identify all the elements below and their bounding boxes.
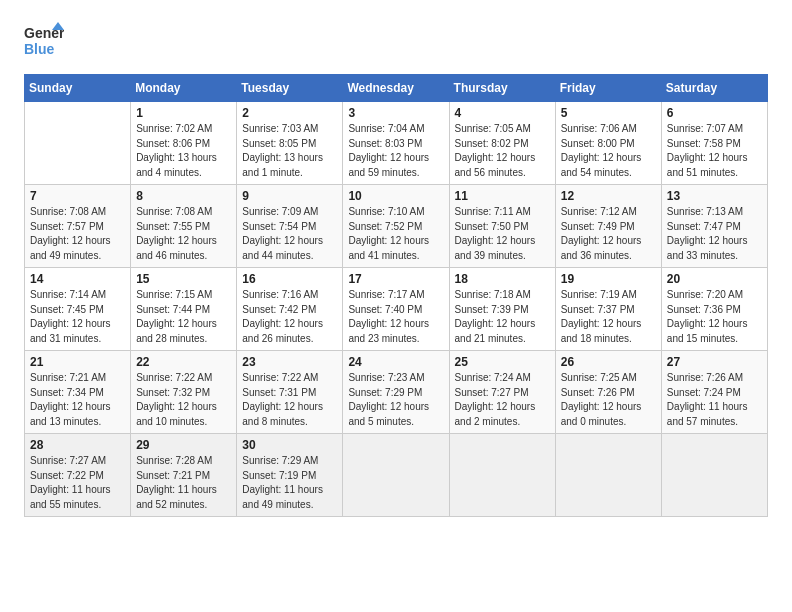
calendar-cell: 18Sunrise: 7:18 AMSunset: 7:39 PMDayligh… [449,268,555,351]
day-number: 29 [136,438,231,452]
calendar-cell [449,434,555,517]
day-number: 3 [348,106,443,120]
day-number: 25 [455,355,550,369]
day-info: Sunrise: 7:10 AMSunset: 7:52 PMDaylight:… [348,205,443,263]
day-number: 10 [348,189,443,203]
calendar-week-row: 1Sunrise: 7:02 AMSunset: 8:06 PMDaylight… [25,102,768,185]
day-info: Sunrise: 7:18 AMSunset: 7:39 PMDaylight:… [455,288,550,346]
calendar-cell: 3Sunrise: 7:04 AMSunset: 8:03 PMDaylight… [343,102,449,185]
day-number: 18 [455,272,550,286]
calendar-cell: 20Sunrise: 7:20 AMSunset: 7:36 PMDayligh… [661,268,767,351]
calendar-cell: 2Sunrise: 7:03 AMSunset: 8:05 PMDaylight… [237,102,343,185]
day-info: Sunrise: 7:08 AMSunset: 7:55 PMDaylight:… [136,205,231,263]
day-info: Sunrise: 7:11 AMSunset: 7:50 PMDaylight:… [455,205,550,263]
svg-text:Blue: Blue [24,41,55,57]
calendar-cell: 5Sunrise: 7:06 AMSunset: 8:00 PMDaylight… [555,102,661,185]
day-number: 27 [667,355,762,369]
col-saturday: Saturday [661,75,767,102]
day-number: 28 [30,438,125,452]
day-number: 12 [561,189,656,203]
calendar-cell: 13Sunrise: 7:13 AMSunset: 7:47 PMDayligh… [661,185,767,268]
day-number: 17 [348,272,443,286]
day-info: Sunrise: 7:04 AMSunset: 8:03 PMDaylight:… [348,122,443,180]
day-number: 13 [667,189,762,203]
calendar-cell: 12Sunrise: 7:12 AMSunset: 7:49 PMDayligh… [555,185,661,268]
day-number: 22 [136,355,231,369]
day-info: Sunrise: 7:19 AMSunset: 7:37 PMDaylight:… [561,288,656,346]
day-info: Sunrise: 7:02 AMSunset: 8:06 PMDaylight:… [136,122,231,180]
calendar-header: Sunday Monday Tuesday Wednesday Thursday… [25,75,768,102]
calendar-cell: 19Sunrise: 7:19 AMSunset: 7:37 PMDayligh… [555,268,661,351]
day-number: 23 [242,355,337,369]
col-wednesday: Wednesday [343,75,449,102]
col-sunday: Sunday [25,75,131,102]
day-number: 8 [136,189,231,203]
col-thursday: Thursday [449,75,555,102]
day-number: 1 [136,106,231,120]
day-info: Sunrise: 7:27 AMSunset: 7:22 PMDaylight:… [30,454,125,512]
logo: General Blue [24,20,64,64]
day-number: 20 [667,272,762,286]
day-info: Sunrise: 7:05 AMSunset: 8:02 PMDaylight:… [455,122,550,180]
day-number: 21 [30,355,125,369]
col-friday: Friday [555,75,661,102]
day-number: 5 [561,106,656,120]
day-info: Sunrise: 7:20 AMSunset: 7:36 PMDaylight:… [667,288,762,346]
calendar-cell: 15Sunrise: 7:15 AMSunset: 7:44 PMDayligh… [131,268,237,351]
day-info: Sunrise: 7:24 AMSunset: 7:27 PMDaylight:… [455,371,550,429]
calendar-cell: 11Sunrise: 7:11 AMSunset: 7:50 PMDayligh… [449,185,555,268]
calendar-cell: 30Sunrise: 7:29 AMSunset: 7:19 PMDayligh… [237,434,343,517]
day-info: Sunrise: 7:25 AMSunset: 7:26 PMDaylight:… [561,371,656,429]
calendar-cell: 9Sunrise: 7:09 AMSunset: 7:54 PMDaylight… [237,185,343,268]
calendar-cell: 8Sunrise: 7:08 AMSunset: 7:55 PMDaylight… [131,185,237,268]
calendar-week-row: 7Sunrise: 7:08 AMSunset: 7:57 PMDaylight… [25,185,768,268]
calendar-cell [343,434,449,517]
day-info: Sunrise: 7:29 AMSunset: 7:19 PMDaylight:… [242,454,337,512]
calendar-cell: 17Sunrise: 7:17 AMSunset: 7:40 PMDayligh… [343,268,449,351]
calendar-body: 1Sunrise: 7:02 AMSunset: 8:06 PMDaylight… [25,102,768,517]
day-info: Sunrise: 7:22 AMSunset: 7:31 PMDaylight:… [242,371,337,429]
calendar-cell: 28Sunrise: 7:27 AMSunset: 7:22 PMDayligh… [25,434,131,517]
day-info: Sunrise: 7:16 AMSunset: 7:42 PMDaylight:… [242,288,337,346]
calendar-cell: 4Sunrise: 7:05 AMSunset: 8:02 PMDaylight… [449,102,555,185]
day-number: 6 [667,106,762,120]
day-info: Sunrise: 7:15 AMSunset: 7:44 PMDaylight:… [136,288,231,346]
day-number: 2 [242,106,337,120]
calendar-cell: 22Sunrise: 7:22 AMSunset: 7:32 PMDayligh… [131,351,237,434]
day-info: Sunrise: 7:03 AMSunset: 8:05 PMDaylight:… [242,122,337,180]
calendar-week-row: 14Sunrise: 7:14 AMSunset: 7:45 PMDayligh… [25,268,768,351]
day-number: 16 [242,272,337,286]
calendar-week-row: 21Sunrise: 7:21 AMSunset: 7:34 PMDayligh… [25,351,768,434]
day-number: 7 [30,189,125,203]
day-info: Sunrise: 7:23 AMSunset: 7:29 PMDaylight:… [348,371,443,429]
day-number: 9 [242,189,337,203]
day-info: Sunrise: 7:08 AMSunset: 7:57 PMDaylight:… [30,205,125,263]
day-number: 15 [136,272,231,286]
calendar-cell: 23Sunrise: 7:22 AMSunset: 7:31 PMDayligh… [237,351,343,434]
header-row: Sunday Monday Tuesday Wednesday Thursday… [25,75,768,102]
calendar-cell: 24Sunrise: 7:23 AMSunset: 7:29 PMDayligh… [343,351,449,434]
day-info: Sunrise: 7:12 AMSunset: 7:49 PMDaylight:… [561,205,656,263]
day-info: Sunrise: 7:09 AMSunset: 7:54 PMDaylight:… [242,205,337,263]
day-info: Sunrise: 7:26 AMSunset: 7:24 PMDaylight:… [667,371,762,429]
calendar-cell: 29Sunrise: 7:28 AMSunset: 7:21 PMDayligh… [131,434,237,517]
day-info: Sunrise: 7:14 AMSunset: 7:45 PMDaylight:… [30,288,125,346]
logo-svg: General Blue [24,20,64,64]
col-tuesday: Tuesday [237,75,343,102]
col-monday: Monday [131,75,237,102]
day-number: 24 [348,355,443,369]
day-info: Sunrise: 7:21 AMSunset: 7:34 PMDaylight:… [30,371,125,429]
calendar-table: Sunday Monday Tuesday Wednesday Thursday… [24,74,768,517]
day-number: 30 [242,438,337,452]
day-info: Sunrise: 7:13 AMSunset: 7:47 PMDaylight:… [667,205,762,263]
calendar-cell: 1Sunrise: 7:02 AMSunset: 8:06 PMDaylight… [131,102,237,185]
calendar-cell [661,434,767,517]
calendar-cell [25,102,131,185]
day-info: Sunrise: 7:17 AMSunset: 7:40 PMDaylight:… [348,288,443,346]
calendar-cell: 10Sunrise: 7:10 AMSunset: 7:52 PMDayligh… [343,185,449,268]
calendar-cell: 16Sunrise: 7:16 AMSunset: 7:42 PMDayligh… [237,268,343,351]
day-number: 14 [30,272,125,286]
day-info: Sunrise: 7:28 AMSunset: 7:21 PMDaylight:… [136,454,231,512]
day-info: Sunrise: 7:06 AMSunset: 8:00 PMDaylight:… [561,122,656,180]
calendar-cell: 26Sunrise: 7:25 AMSunset: 7:26 PMDayligh… [555,351,661,434]
